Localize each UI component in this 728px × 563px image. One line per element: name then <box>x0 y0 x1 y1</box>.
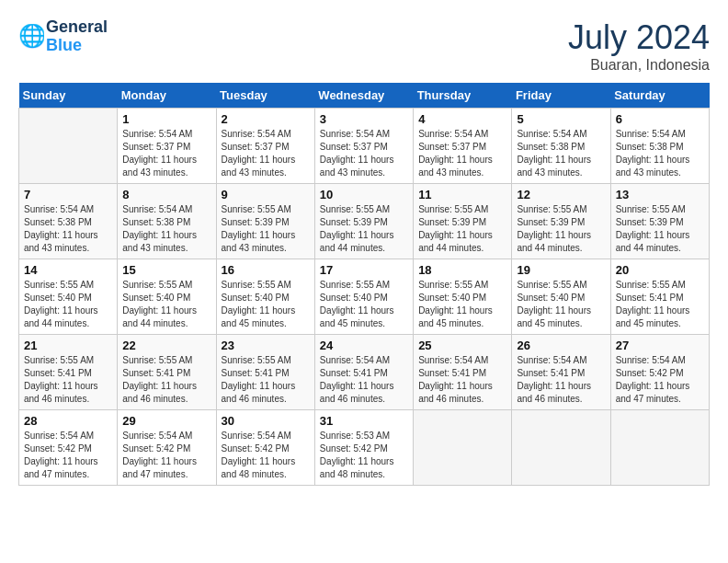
calendar-cell: 15Sunrise: 5:55 AM Sunset: 5:40 PM Dayli… <box>118 259 216 335</box>
day-number: 26 <box>517 339 605 352</box>
day-info: Sunrise: 5:55 AM Sunset: 5:39 PM Dayligh… <box>222 203 310 255</box>
day-number: 29 <box>122 414 210 428</box>
calendar-cell: 7Sunrise: 5:54 AM Sunset: 5:38 PM Daylig… <box>19 184 118 259</box>
month-title: July 2024 <box>568 18 710 57</box>
calendar-cell: 11Sunrise: 5:55 AM Sunset: 5:39 PM Dayli… <box>414 184 512 259</box>
logo-text: General Blue <box>46 18 108 55</box>
calendar-table: SundayMondayTuesdayWednesdayThursdayFrid… <box>18 83 710 486</box>
calendar-cell: 19Sunrise: 5:55 AM Sunset: 5:40 PM Dayli… <box>512 259 610 335</box>
calendar-cell: 16Sunrise: 5:55 AM Sunset: 5:40 PM Dayli… <box>216 259 314 335</box>
calendar-cell <box>512 410 610 486</box>
day-info: Sunrise: 5:54 AM Sunset: 5:37 PM Dayligh… <box>320 128 408 179</box>
weekday-header-cell: Thursday <box>414 83 512 109</box>
day-info: Sunrise: 5:55 AM Sunset: 5:41 PM Dayligh… <box>24 354 112 406</box>
day-info: Sunrise: 5:55 AM Sunset: 5:41 PM Dayligh… <box>616 279 704 330</box>
day-info: Sunrise: 5:55 AM Sunset: 5:39 PM Dayligh… <box>616 203 704 255</box>
calendar-cell: 22Sunrise: 5:55 AM Sunset: 5:41 PM Dayli… <box>118 335 216 410</box>
day-info: Sunrise: 5:55 AM Sunset: 5:41 PM Dayligh… <box>222 354 310 406</box>
day-number: 25 <box>418 339 506 352</box>
day-number: 17 <box>320 263 408 277</box>
calendar-cell <box>19 109 118 184</box>
day-number: 1 <box>122 112 210 126</box>
day-info: Sunrise: 5:54 AM Sunset: 5:37 PM Dayligh… <box>222 128 310 179</box>
calendar-cell: 13Sunrise: 5:55 AM Sunset: 5:39 PM Dayli… <box>610 184 709 259</box>
day-info: Sunrise: 5:55 AM Sunset: 5:39 PM Dayligh… <box>320 203 408 255</box>
calendar-cell: 28Sunrise: 5:54 AM Sunset: 5:42 PM Dayli… <box>19 410 118 486</box>
svg-text:🌐: 🌐 <box>18 24 44 50</box>
day-number: 15 <box>122 263 210 277</box>
calendar-week-row: 14Sunrise: 5:55 AM Sunset: 5:40 PM Dayli… <box>19 259 710 335</box>
calendar-cell: 17Sunrise: 5:55 AM Sunset: 5:40 PM Dayli… <box>314 259 413 335</box>
day-info: Sunrise: 5:55 AM Sunset: 5:40 PM Dayligh… <box>122 279 210 330</box>
calendar-cell: 20Sunrise: 5:55 AM Sunset: 5:41 PM Dayli… <box>610 259 709 335</box>
day-info: Sunrise: 5:54 AM Sunset: 5:38 PM Dayligh… <box>24 203 112 255</box>
day-info: Sunrise: 5:54 AM Sunset: 5:42 PM Dayligh… <box>616 354 704 406</box>
day-number: 12 <box>517 188 605 201</box>
day-info: Sunrise: 5:54 AM Sunset: 5:42 PM Dayligh… <box>122 430 210 481</box>
calendar-cell: 26Sunrise: 5:54 AM Sunset: 5:41 PM Dayli… <box>512 335 610 410</box>
day-info: Sunrise: 5:54 AM Sunset: 5:41 PM Dayligh… <box>418 354 506 406</box>
day-number: 22 <box>122 339 210 352</box>
day-info: Sunrise: 5:54 AM Sunset: 5:38 PM Dayligh… <box>517 128 605 179</box>
calendar-cell: 30Sunrise: 5:54 AM Sunset: 5:42 PM Dayli… <box>216 410 314 486</box>
weekday-header-cell: Monday <box>118 83 216 109</box>
day-number: 3 <box>320 112 408 126</box>
day-info: Sunrise: 5:55 AM Sunset: 5:40 PM Dayligh… <box>517 279 605 330</box>
calendar-body: 1Sunrise: 5:54 AM Sunset: 5:37 PM Daylig… <box>19 109 710 486</box>
calendar-cell: 25Sunrise: 5:54 AM Sunset: 5:41 PM Dayli… <box>414 335 512 410</box>
title-block: July 2024 Buaran, Indonesia <box>568 18 710 74</box>
calendar-cell: 23Sunrise: 5:55 AM Sunset: 5:41 PM Dayli… <box>216 335 314 410</box>
day-info: Sunrise: 5:55 AM Sunset: 5:39 PM Dayligh… <box>517 203 605 255</box>
calendar-cell <box>610 410 709 486</box>
calendar-cell: 1Sunrise: 5:54 AM Sunset: 5:37 PM Daylig… <box>118 109 216 184</box>
day-number: 13 <box>616 188 704 201</box>
calendar-week-row: 21Sunrise: 5:55 AM Sunset: 5:41 PM Dayli… <box>19 335 710 410</box>
day-number: 14 <box>24 263 112 277</box>
weekday-header-cell: Wednesday <box>314 83 413 109</box>
day-number: 27 <box>616 339 704 352</box>
day-number: 21 <box>24 339 112 352</box>
calendar-cell: 21Sunrise: 5:55 AM Sunset: 5:41 PM Dayli… <box>19 335 118 410</box>
weekday-header-cell: Tuesday <box>216 83 314 109</box>
day-info: Sunrise: 5:55 AM Sunset: 5:40 PM Dayligh… <box>24 279 112 330</box>
calendar-cell: 14Sunrise: 5:55 AM Sunset: 5:40 PM Dayli… <box>19 259 118 335</box>
calendar-cell: 24Sunrise: 5:54 AM Sunset: 5:41 PM Dayli… <box>314 335 413 410</box>
day-info: Sunrise: 5:54 AM Sunset: 5:37 PM Dayligh… <box>122 128 210 179</box>
day-info: Sunrise: 5:54 AM Sunset: 5:38 PM Dayligh… <box>122 203 210 255</box>
calendar-cell: 5Sunrise: 5:54 AM Sunset: 5:38 PM Daylig… <box>512 109 610 184</box>
day-info: Sunrise: 5:54 AM Sunset: 5:41 PM Dayligh… <box>517 354 605 406</box>
day-info: Sunrise: 5:54 AM Sunset: 5:37 PM Dayligh… <box>418 128 506 179</box>
day-number: 28 <box>24 414 112 428</box>
calendar-week-row: 1Sunrise: 5:54 AM Sunset: 5:37 PM Daylig… <box>19 109 710 184</box>
day-info: Sunrise: 5:55 AM Sunset: 5:40 PM Dayligh… <box>418 279 506 330</box>
day-info: Sunrise: 5:55 AM Sunset: 5:39 PM Dayligh… <box>418 203 506 255</box>
calendar-cell: 3Sunrise: 5:54 AM Sunset: 5:37 PM Daylig… <box>314 109 413 184</box>
calendar-cell: 18Sunrise: 5:55 AM Sunset: 5:40 PM Dayli… <box>414 259 512 335</box>
day-number: 7 <box>24 188 112 201</box>
day-info: Sunrise: 5:53 AM Sunset: 5:42 PM Dayligh… <box>320 430 408 481</box>
day-number: 9 <box>222 188 310 201</box>
day-number: 6 <box>616 112 704 126</box>
day-info: Sunrise: 5:54 AM Sunset: 5:42 PM Dayligh… <box>222 430 310 481</box>
day-number: 18 <box>418 263 506 277</box>
day-info: Sunrise: 5:55 AM Sunset: 5:40 PM Dayligh… <box>222 279 310 330</box>
day-number: 2 <box>222 112 310 126</box>
calendar-cell: 10Sunrise: 5:55 AM Sunset: 5:39 PM Dayli… <box>314 184 413 259</box>
day-number: 19 <box>517 263 605 277</box>
weekday-header-cell: Saturday <box>610 83 709 109</box>
calendar-cell <box>414 410 512 486</box>
day-info: Sunrise: 5:55 AM Sunset: 5:40 PM Dayligh… <box>320 279 408 330</box>
logo: 🌐 General Blue <box>18 18 108 55</box>
day-info: Sunrise: 5:54 AM Sunset: 5:38 PM Dayligh… <box>616 128 704 179</box>
calendar-cell: 12Sunrise: 5:55 AM Sunset: 5:39 PM Dayli… <box>512 184 610 259</box>
day-number: 23 <box>222 339 310 352</box>
calendar-cell: 27Sunrise: 5:54 AM Sunset: 5:42 PM Dayli… <box>610 335 709 410</box>
day-info: Sunrise: 5:54 AM Sunset: 5:42 PM Dayligh… <box>24 430 112 481</box>
day-number: 24 <box>320 339 408 352</box>
day-number: 16 <box>222 263 310 277</box>
calendar-cell: 29Sunrise: 5:54 AM Sunset: 5:42 PM Dayli… <box>118 410 216 486</box>
calendar-cell: 31Sunrise: 5:53 AM Sunset: 5:42 PM Dayli… <box>314 410 413 486</box>
calendar-cell: 2Sunrise: 5:54 AM Sunset: 5:37 PM Daylig… <box>216 109 314 184</box>
calendar-week-row: 28Sunrise: 5:54 AM Sunset: 5:42 PM Dayli… <box>19 410 710 486</box>
day-info: Sunrise: 5:55 AM Sunset: 5:41 PM Dayligh… <box>122 354 210 406</box>
